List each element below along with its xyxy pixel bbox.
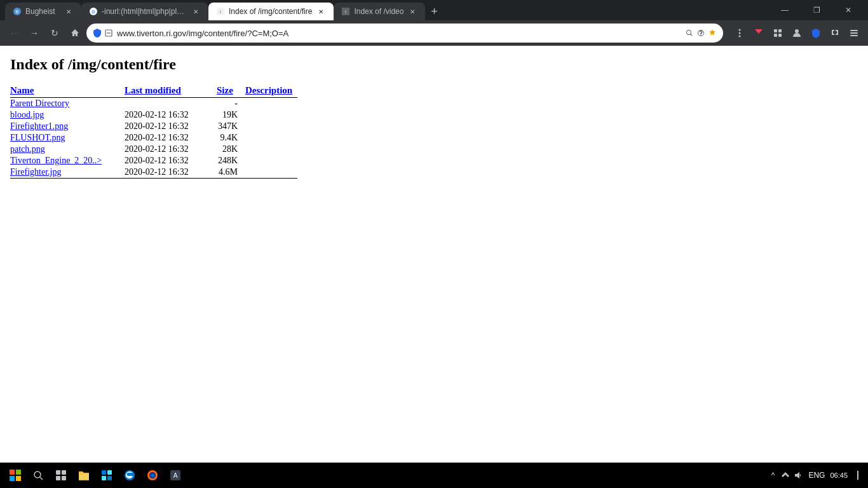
- tab-google-search[interactable]: G -inurl:(html|html|php|pls|txt) in.. ✕: [81, 3, 208, 20]
- tab-bugheist-title: Bugheist: [25, 7, 60, 16]
- firefox-button[interactable]: [142, 465, 163, 485]
- sort-by-desc-link[interactable]: Description: [245, 85, 292, 95]
- file-link[interactable]: patch.png: [10, 144, 45, 154]
- file-size-cell: 347K: [217, 121, 245, 132]
- show-hidden-icons[interactable]: ^: [768, 470, 778, 480]
- svg-rect-21: [10, 470, 15, 475]
- taskbar-right: ^ ENG 06:45: [768, 470, 863, 480]
- svg-rect-30: [62, 476, 66, 480]
- edge-browser-button[interactable]: [119, 465, 140, 485]
- show-desktop-button[interactable]: [853, 470, 863, 480]
- svg-rect-23: [10, 476, 15, 481]
- pocket-button[interactable]: [750, 24, 768, 42]
- bugheist-favicon: B: [13, 7, 22, 16]
- file-desc-cell: [245, 98, 297, 109]
- language-indicator: ENG: [808, 471, 825, 480]
- file-link[interactable]: Firefighter.jpg: [10, 167, 62, 177]
- svg-rect-19: [850, 32, 858, 34]
- window-controls: — ❐ ✕: [770, 0, 863, 20]
- file-link[interactable]: Tiverton_Engine_2_20..>: [10, 156, 102, 165]
- system-tray: ^: [768, 470, 803, 480]
- time-display[interactable]: 06:45: [830, 471, 848, 480]
- start-button[interactable]: [5, 465, 25, 485]
- file-name-cell: Tiverton_Engine_2_20..>: [10, 155, 125, 166]
- sound-icon[interactable]: [793, 470, 803, 480]
- col-header-modified: Last modified: [125, 83, 217, 97]
- tab-video-index[interactable]: i Index of /video ✕: [334, 3, 425, 20]
- file-modified-cell: 2020-02-12 16:32: [125, 121, 217, 132]
- svg-point-9: [700, 35, 701, 36]
- svg-text:G: G: [92, 10, 95, 14]
- file-explorer-button[interactable]: [74, 465, 94, 485]
- nav-right-icons: [731, 24, 863, 42]
- tab-bugheist[interactable]: B Bugheist ✕: [5, 3, 81, 20]
- tab-google-title: -inurl:(html|html|php|pls|txt) in..: [102, 7, 187, 16]
- tab-fire-title: Index of /img/content/fire: [229, 7, 312, 16]
- task-view-button[interactable]: [51, 465, 71, 485]
- tab-google-close[interactable]: ✕: [191, 6, 201, 17]
- store-button[interactable]: [97, 465, 117, 485]
- col-header-desc: Description: [245, 83, 297, 97]
- search-taskbar-button[interactable]: [28, 465, 48, 485]
- sort-by-size-link[interactable]: Size: [217, 85, 233, 95]
- clock-time: 06:45: [830, 471, 848, 480]
- sort-by-name-link[interactable]: Name: [10, 85, 34, 95]
- file-modified-cell: 2020-02-12 16:32: [125, 132, 217, 144]
- file-link[interactable]: Firefighter1.png: [10, 121, 68, 131]
- sort-by-modified-link[interactable]: Last modified: [125, 85, 181, 95]
- svg-text:i: i: [220, 9, 221, 15]
- file-link[interactable]: Parent Directory: [10, 98, 69, 108]
- profile-button[interactable]: [788, 24, 806, 42]
- new-tab-button[interactable]: +: [425, 3, 443, 20]
- network-icon[interactable]: [780, 470, 790, 480]
- file-modified-cell: 2020-02-12 16:32: [125, 144, 217, 155]
- tab-fire-index[interactable]: i Index of /img/content/fire ✕: [208, 3, 334, 20]
- svg-rect-18: [850, 30, 858, 31]
- tab-bugheist-close[interactable]: ✕: [64, 6, 74, 17]
- file-name-cell: FLUSHOT.png: [10, 132, 125, 144]
- more-tools-button[interactable]: [731, 24, 749, 42]
- file-desc-cell: [245, 144, 297, 155]
- svg-rect-31: [102, 470, 106, 475]
- back-button[interactable]: ←: [5, 24, 23, 42]
- close-button[interactable]: ✕: [834, 0, 863, 20]
- shield-vpn-button[interactable]: [807, 24, 825, 42]
- table-row: Firefighter1.png2020-02-12 16:32347K: [10, 121, 297, 132]
- file-name-cell: Firefighter.jpg: [10, 166, 125, 178]
- table-row: Tiverton_Engine_2_20..>2020-02-12 16:322…: [10, 155, 297, 166]
- svg-rect-28: [62, 470, 66, 475]
- reload-button[interactable]: ↻: [46, 24, 64, 42]
- svg-point-11: [739, 32, 741, 34]
- file-modified-cell: 2020-02-12 16:32: [125, 155, 217, 166]
- extensions-button[interactable]: [826, 24, 844, 42]
- file-name-cell: patch.png: [10, 144, 125, 155]
- taskbar: A ^ ENG 06:45: [0, 463, 868, 488]
- collections-button[interactable]: [769, 24, 787, 42]
- svg-point-17: [795, 29, 799, 33]
- svg-rect-15: [774, 34, 777, 37]
- restore-button[interactable]: ❐: [802, 0, 831, 20]
- address-bar[interactable]: www.tiverton.ri.gov/img/content/fire/?C=…: [86, 24, 723, 43]
- tab-fire-close[interactable]: ✕: [316, 6, 326, 17]
- tab-video-close[interactable]: ✕: [407, 6, 417, 17]
- file-size-cell: 9.4K: [217, 132, 245, 144]
- table-header-row: Name Last modified Size Description: [10, 83, 297, 97]
- col-header-size: Size: [217, 83, 245, 97]
- svg-rect-41: [857, 471, 858, 480]
- file-link[interactable]: FLUSHOT.png: [10, 133, 65, 142]
- svg-rect-32: [107, 470, 112, 475]
- svg-rect-22: [16, 470, 21, 475]
- home-button[interactable]: [66, 24, 84, 42]
- minimize-button[interactable]: —: [770, 0, 799, 20]
- forward-button[interactable]: →: [25, 24, 43, 42]
- table-row: Parent Directory-: [10, 98, 297, 109]
- app7-button[interactable]: A: [165, 465, 186, 485]
- file-link[interactable]: blood.jpg: [10, 110, 44, 119]
- page-title: Index of /img/content/fire: [10, 56, 858, 73]
- file-size-cell: 4.6M: [217, 166, 245, 178]
- menu-button[interactable]: [845, 24, 863, 42]
- address-bar-icons: [93, 29, 113, 37]
- file-size-cell: 19K: [217, 109, 245, 121]
- tab-bar: B Bugheist ✕ G -inurl:(html|html|php|pls…: [5, 0, 765, 20]
- address-text: www.tiverton.ri.gov/img/content/fire/?C=…: [117, 29, 681, 38]
